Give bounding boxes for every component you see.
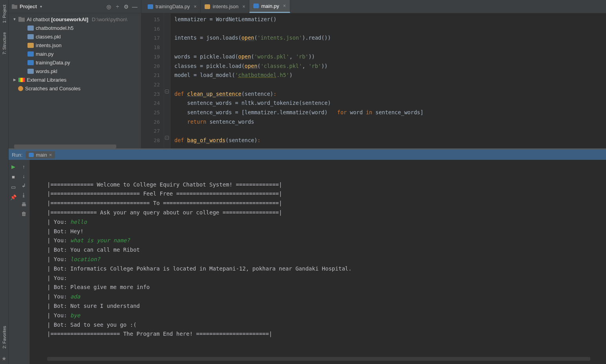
python-icon [29,153,34,157]
wrap-icon[interactable]: ↲ [21,183,27,188]
folder-icon [18,17,25,22]
file-name: chatbotmodel.h5 [36,25,73,31]
project-icon [12,4,17,9]
py-icon [148,4,153,9]
project-title[interactable]: Project [20,4,37,9]
scratches-and-consoles[interactable]: Scratches and Consoles [9,84,141,93]
close-icon[interactable]: × [283,3,286,9]
tree-file[interactable]: main.py [9,49,141,58]
run-toolbar-left: ▶ ■ ▭ 📌 [9,160,18,364]
project-panel-header: Project ▾ ◎ ÷ ⚙ — [9,0,141,13]
console-line: | You: ada [47,292,606,302]
console-line: | Bot: Informatics College Pokhara is lo… [47,264,606,274]
gear-icon[interactable]: ⚙ [123,4,129,10]
console-line: | You: what is your name? [47,236,606,245]
project-h-scrollbar[interactable] [9,145,141,148]
vtab-favorites[interactable]: 2: Favorites [1,321,7,353]
file-name: intents.json [36,42,62,48]
py-icon [253,4,259,8]
console-line: | Bot: Please give me more info [47,283,606,292]
minimize-icon[interactable]: — [132,4,138,10]
console-line: | You: [47,274,606,283]
trash-icon[interactable]: 🗑 [21,211,27,216]
file-name: trainingData.py [36,60,70,66]
stop-icon[interactable]: ■ [11,174,16,179]
close-icon[interactable]: × [49,152,52,158]
tab-label: trainingData.py [156,4,190,9]
h5-icon [27,26,34,31]
tree-root[interactable]: ▼ AI chatbot [courseworkAI] D:\work\pyth… [9,15,141,24]
play-icon[interactable]: ▶ [11,164,16,169]
run-tab[interactable]: main × [26,151,55,159]
chevron-right-icon[interactable]: ▶ [13,78,16,82]
pin-icon[interactable]: 📌 [11,194,16,200]
pkl-icon [27,69,34,74]
run-label: Run: [12,152,22,158]
code-editor[interactable]: lemmatizer = WordNetLemmatizer() intents… [170,13,606,148]
favorite-star-icon: ★ [2,353,7,364]
tree-file[interactable]: chatbotmodel.h5 [9,24,141,32]
library-icon [18,78,25,82]
file-name: words.pkl [36,68,57,74]
run-toolbar-right: ↑ ↓ ↲ ⭳ 🖶 🗑 [18,160,30,364]
close-icon[interactable]: × [242,4,245,9]
line-gutter: 1516171819202122232425262728 [141,13,164,148]
editor-area: trainingData.py×intents.json×main.py× 15… [141,0,606,148]
run-tool-window: Run: main × ▶ ■ ▭ 📌 ↑ ↓ ↲ ⭳ [9,148,606,364]
close-icon[interactable]: × [194,4,196,9]
tree-file[interactable]: trainingData.py [9,58,141,67]
console-line: | Bot: Sad to see you go :( [47,320,606,330]
console-line: | Bot: Hey! [47,227,606,236]
external-libraries[interactable]: ▶ External Libraries [9,75,141,84]
chevron-down-icon[interactable]: ▾ [40,4,42,9]
console-line: | Bot: You can call me Ribot [47,245,606,255]
fold-gutter[interactable]: –– [164,13,170,148]
run-tab-label: main [36,152,47,158]
project-tree[interactable]: ▼ AI chatbot [courseworkAI] D:\work\pyth… [9,13,141,145]
file-name: main.py [36,51,54,57]
editor-tab[interactable]: main.py× [249,0,290,13]
tab-label: main.py [261,3,279,9]
file-name: classes.pkl [36,34,61,40]
console-line: | You: hello [47,218,606,227]
editor-tab[interactable]: intents.json× [201,0,249,13]
left-rail: 1: Project 7: Structure 2: Favorites ★ [0,0,9,364]
console-line: |============================== To =====… [47,199,606,208]
scroll-icon[interactable]: ⭳ [21,192,27,198]
run-header: Run: main × [9,150,606,160]
project-tool-window: Project ▾ ◎ ÷ ⚙ — ▼ AI chatbot [coursewo… [9,0,141,148]
tab-label: intents.json [212,4,238,9]
console-line: |============= Welcome to College Equiry… [47,180,606,190]
py-icon [27,60,34,65]
console-line: | You: location? [47,255,606,264]
tree-file[interactable]: classes.pkl [9,32,141,41]
console-line: |===================== The Program End h… [47,329,606,339]
console-line: |============== Ask your any query about… [47,208,606,218]
root-path: D:\work\python\ [92,16,127,22]
fold-marker[interactable]: – [165,90,169,93]
tree-file[interactable]: intents.json [9,41,141,49]
settings-icon[interactable]: ▭ [11,184,16,190]
fold-marker[interactable]: – [165,136,169,140]
console-line: | You: bye [47,311,606,320]
editor-tabs: trainingData.py×intents.json×main.py× [141,0,606,13]
run-console[interactable]: |============= Welcome to College Equiry… [30,160,606,364]
chevron-down-icon[interactable]: ▼ [13,17,16,21]
console-line: |=========================== Feel Free =… [47,189,606,199]
vtab-structure[interactable]: 7: Structure [1,27,7,59]
up-icon[interactable]: ↑ [21,164,27,169]
tree-file[interactable]: words.pkl [9,67,141,75]
target-icon[interactable]: ◎ [106,4,112,10]
json-icon [205,4,210,9]
console-line: | Bot: Not sure I understand [47,302,606,311]
down-icon[interactable]: ↓ [21,173,27,179]
editor-tab[interactable]: trainingData.py× [144,0,201,13]
divide-icon[interactable]: ÷ [114,4,121,10]
scratch-icon [18,86,23,91]
py-icon [27,51,34,57]
console-h-scrollbar[interactable] [47,357,590,361]
pkl-icon [27,34,34,39]
vtab-project[interactable]: 1: Project [1,0,7,27]
print-icon[interactable]: 🖶 [21,201,27,207]
json-icon [27,43,34,48]
